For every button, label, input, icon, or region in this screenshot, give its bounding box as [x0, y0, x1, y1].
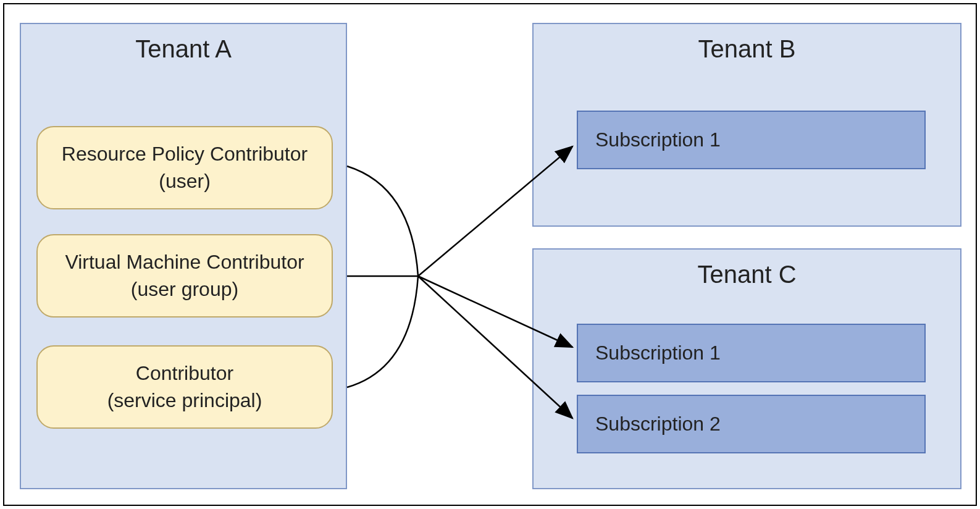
- tenant-c-subscription-1: Subscription 1: [577, 324, 926, 382]
- role-name: Resource Policy Contributor: [62, 141, 308, 167]
- tenant-b-title: Tenant B: [534, 24, 960, 63]
- role-principal: (user): [159, 168, 211, 195]
- tenant-b-subscription-1: Subscription 1: [577, 111, 926, 169]
- tenant-c-subscription-2: Subscription 2: [577, 395, 926, 453]
- role-principal: (service principal): [107, 387, 262, 414]
- subscription-label: Subscription 1: [595, 342, 721, 364]
- role-box-resource-policy-contributor: Resource Policy Contributor (user): [36, 126, 333, 209]
- subscription-label: Subscription 2: [595, 413, 721, 435]
- tenant-c-box: Tenant C Subscription 1 Subscription 2: [532, 248, 961, 489]
- role-box-vm-contributor: Virtual Machine Contributor (user group): [36, 234, 333, 318]
- role-name: Contributor: [136, 360, 233, 387]
- role-box-contributor: Contributor (service principal): [36, 345, 333, 429]
- tenant-b-box: Tenant B Subscription 1: [532, 23, 961, 227]
- subscription-label: Subscription 1: [595, 128, 721, 151]
- role-name: Virtual Machine Contributor: [65, 249, 304, 276]
- tenant-a-title: Tenant A: [21, 24, 346, 63]
- tenant-a-box: Tenant A Resource Policy Contributor (us…: [20, 23, 347, 489]
- role-principal: (user group): [131, 276, 238, 303]
- tenant-c-title: Tenant C: [534, 250, 960, 288]
- diagram-frame: Tenant A Resource Policy Contributor (us…: [3, 3, 977, 506]
